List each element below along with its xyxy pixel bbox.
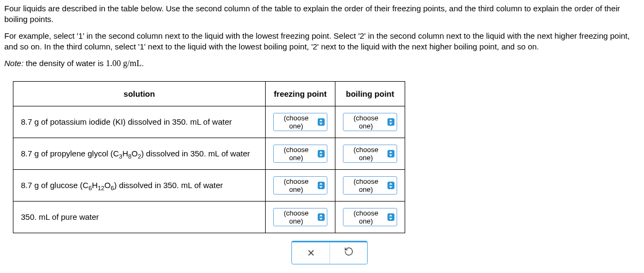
freezing-cell: (choose one) [266,106,335,138]
up-down-icon [318,182,325,189]
header-boiling: boiling point [335,81,405,106]
chooser-label: (choose one) [277,177,316,193]
freezing-chooser[interactable]: (choose one) [273,113,327,131]
svg-marker-4 [319,151,323,153]
table-row: 350. mL of pure water(choose one)(choose… [13,201,405,233]
up-down-icon [318,213,325,221]
table-row: 8.7 g of glucose (C6H12O6) dissolved in … [13,169,405,201]
svg-marker-6 [389,151,392,153]
header-solution: solution [13,81,266,106]
svg-marker-11 [389,186,392,188]
freezing-cell: (choose one) [266,201,335,233]
svg-marker-13 [319,218,323,220]
boiling-chooser[interactable]: (choose one) [343,176,397,195]
reset-icon [344,247,354,259]
instructions-block: Four liquids are described in the table … [4,3,640,69]
freezing-chooser[interactable]: (choose one) [273,176,327,195]
up-down-icon [387,182,394,189]
svg-marker-7 [389,154,392,156]
solution-cell: 350. mL of pure water [13,201,266,233]
svg-marker-0 [319,119,323,121]
boiling-chooser[interactable]: (choose one) [343,113,397,131]
header-freezing: freezing point [266,81,335,106]
boiling-cell: (choose one) [335,138,405,169]
solution-cell: 8.7 g of glucose (C6H12O6) dissolved in … [13,169,266,201]
close-button[interactable]: ✕ [292,242,330,264]
freezing-chooser[interactable]: (choose one) [273,145,327,163]
solution-cell: 8.7 g of potassium iodide (KI) dissolved… [13,106,266,138]
chooser-label: (choose one) [277,114,316,130]
chooser-label: (choose one) [347,177,385,193]
up-down-icon [387,150,394,157]
note-paragraph: Note: the density of water is 1.00 g/mL. [4,58,640,69]
table-row: 8.7 g of potassium iodide (KI) dissolved… [13,106,405,138]
freezing-cell: (choose one) [266,138,335,169]
svg-marker-15 [389,218,392,220]
instruction-paragraph-1: Four liquids are described in the table … [4,3,640,25]
instruction-paragraph-2: For example, select '1' in the second co… [4,31,640,53]
chooser-label: (choose one) [347,114,385,130]
reset-button[interactable] [330,242,367,264]
up-down-icon [318,150,325,157]
up-down-icon [387,118,394,126]
note-text: the density of water is [24,59,106,68]
chooser-label: (choose one) [347,209,385,225]
solution-cell: 8.7 g of propylene glycol (C3H8O2) disso… [13,138,266,169]
freezing-cell: (choose one) [266,169,335,201]
svg-marker-5 [319,154,323,156]
svg-marker-10 [389,183,392,185]
solutions-table: solution freezing point boiling point 8.… [13,81,405,233]
up-down-icon [318,118,325,126]
action-bar: ✕ [291,241,368,264]
boiling-cell: (choose one) [335,169,405,201]
water-density-value: 1.00 g/mL [106,59,142,68]
boiling-chooser[interactable]: (choose one) [343,145,397,163]
close-icon: ✕ [307,247,315,259]
svg-marker-14 [389,214,392,217]
svg-marker-12 [319,214,323,217]
boiling-cell: (choose one) [335,106,405,138]
chooser-label: (choose one) [347,146,385,162]
note-label: Note: [4,59,24,68]
freezing-chooser[interactable]: (choose one) [273,208,327,226]
boiling-cell: (choose one) [335,201,405,233]
chooser-label: (choose one) [277,146,316,162]
svg-marker-2 [389,119,392,121]
table-row: 8.7 g of propylene glycol (C3H8O2) disso… [13,138,405,169]
note-period: . [142,59,144,68]
svg-marker-3 [389,123,392,125]
svg-marker-9 [319,186,323,188]
svg-marker-8 [319,183,323,185]
chooser-label: (choose one) [277,209,316,225]
up-down-icon [387,213,394,221]
boiling-chooser[interactable]: (choose one) [343,208,397,226]
svg-marker-1 [319,123,323,125]
